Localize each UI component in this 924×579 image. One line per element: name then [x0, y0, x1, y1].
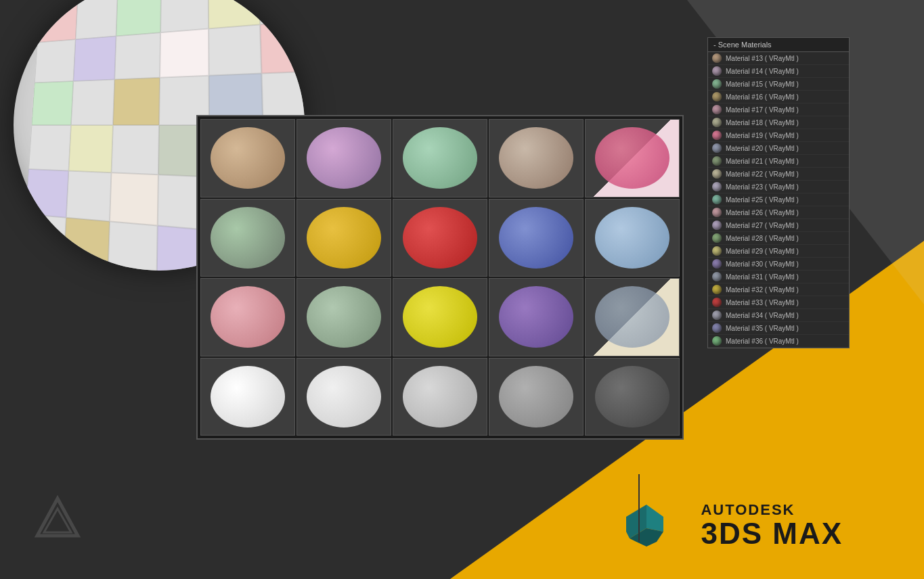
material-sphere-16	[499, 127, 573, 189]
material-cell-28[interactable]	[489, 278, 584, 356]
panel-item-30[interactable]: Material #30 ( VRayMtl )	[708, 258, 849, 271]
panel-item-36[interactable]: Material #36 ( VRayMtl )	[708, 335, 849, 348]
panel-header: - Scene Materials	[708, 38, 849, 52]
panel-item-33[interactable]: Material #33 ( VRayMtl )	[708, 296, 849, 309]
swatch-30	[712, 259, 722, 269]
sphere-cell	[208, 24, 262, 76]
material-cell-29[interactable]	[585, 278, 680, 356]
panel-item-13[interactable]: Material #13 ( VRayMtl )	[708, 52, 849, 65]
swatch-17	[712, 105, 722, 114]
logo-text-container: AUTODESK 3DS MAX	[701, 501, 843, 549]
panel-item-label-29: Material #29 ( VRayMtl )	[726, 248, 799, 255]
material-sphere-33	[403, 366, 477, 427]
material-sphere-27	[403, 286, 477, 348]
panel-item-19[interactable]: Material #19 ( VRayMtl )	[708, 129, 849, 142]
sphere-cell	[26, 169, 69, 218]
material-cell-22[interactable]	[585, 199, 680, 277]
swatch-32	[712, 285, 722, 294]
material-sphere-18	[211, 207, 285, 269]
material-cell-13[interactable]	[200, 119, 295, 198]
swatch-19	[712, 131, 722, 140]
material-cell-17[interactable]	[585, 119, 680, 198]
panel-item-28[interactable]: Material #28 ( VRayMtl )	[708, 232, 849, 245]
material-sphere-17	[595, 127, 669, 189]
material-sphere-31	[211, 366, 285, 427]
panel-item-17[interactable]: Material #17 ( VRayMtl )	[708, 103, 849, 116]
panel-item-27[interactable]: Material #27 ( VRayMtl )	[708, 219, 849, 232]
panel-item-label-35: Material #35 ( VRayMtl )	[726, 325, 799, 332]
panel-item-25[interactable]: Material #25 ( VRayMtl )	[708, 193, 849, 206]
material-grid-container	[196, 115, 684, 440]
material-cell-31[interactable]	[200, 358, 295, 436]
material-cell-16[interactable]	[489, 119, 584, 198]
panel-item-label-30: Material #30 ( VRayMtl )	[726, 260, 799, 268]
material-sphere-19	[307, 207, 381, 269]
material-cell-32[interactable]	[296, 358, 391, 436]
material-sphere-26	[307, 286, 381, 348]
sphere-cell	[113, 78, 160, 125]
material-sphere-13	[211, 127, 285, 189]
panel-item-18[interactable]: Material #18 ( VRayMtl )	[708, 116, 849, 129]
panel-item-23[interactable]: Material #23 ( VRayMtl )	[708, 181, 849, 193]
sphere-cell	[32, 81, 73, 125]
panel-item-label-16: Material #16 ( VRayMtl )	[726, 93, 799, 101]
panel-item-label-32: Material #32 ( VRayMtl )	[726, 286, 799, 294]
panel-item-15[interactable]: Material #15 ( VRayMtl )	[708, 78, 849, 91]
panel-item-label-22: Material #22 ( VRayMtl )	[726, 170, 799, 178]
svg-marker-1	[44, 509, 71, 532]
material-cell-14[interactable]	[296, 119, 391, 198]
panel-item-label-31: Material #31 ( VRayMtl )	[726, 273, 799, 281]
sphere-cell	[110, 172, 158, 226]
swatch-33	[712, 298, 722, 307]
sphere-cell	[71, 80, 115, 125]
swatch-28	[712, 233, 722, 243]
material-cell-18[interactable]	[200, 199, 295, 277]
material-sphere-25	[211, 286, 285, 348]
material-sphere-22	[595, 207, 669, 269]
swatch-23	[712, 182, 722, 191]
panel-item-20[interactable]: Material #20 ( VRayMtl )	[708, 142, 849, 155]
sphere-cell	[37, 0, 77, 42]
material-cell-34[interactable]	[489, 358, 584, 436]
material-cell-21[interactable]	[489, 199, 584, 277]
swatch-21	[712, 156, 722, 166]
panel-item-34[interactable]: Material #34 ( VRayMtl )	[708, 309, 849, 322]
panel-item-label-17: Material #17 ( VRayMtl )	[726, 106, 799, 114]
panel-item-32[interactable]: Material #32 ( VRayMtl )	[708, 283, 849, 296]
panel-item-label-27: Material #27 ( VRayMtl )	[726, 222, 799, 229]
material-sphere-14	[307, 127, 381, 189]
swatch-16	[712, 92, 722, 101]
sphere-cell	[115, 32, 161, 80]
panel-item-29[interactable]: Material #29 ( VRayMtl )	[708, 245, 849, 258]
sphere-cell	[75, 0, 118, 39]
material-cell-15[interactable]	[393, 119, 487, 198]
sphere-cell	[261, 20, 305, 74]
material-cell-19[interactable]	[296, 199, 391, 277]
panel-item-26[interactable]: Material #26 ( VRayMtl )	[708, 206, 849, 219]
material-cell-27[interactable]	[393, 278, 487, 356]
material-sphere-28	[499, 286, 573, 348]
material-cell-33[interactable]	[393, 358, 487, 436]
bottom-left-logo	[34, 495, 81, 545]
panel-item-label-23: Material #23 ( VRayMtl )	[726, 183, 799, 191]
panel-item-35[interactable]: Material #35 ( VRayMtl )	[708, 322, 849, 335]
logo-product-text: 3DS MAX	[701, 519, 843, 549]
material-cell-26[interactable]	[296, 278, 391, 356]
panel-item-31[interactable]: Material #31 ( VRayMtl )	[708, 271, 849, 283]
panel-item-14[interactable]: Material #14 ( VRayMtl )	[708, 65, 849, 78]
material-cell-35[interactable]	[585, 358, 680, 436]
material-cell-25[interactable]	[200, 278, 295, 356]
sphere-cell	[112, 125, 159, 175]
swatch-14	[712, 66, 722, 76]
svg-marker-0	[37, 499, 78, 536]
swatch-20	[712, 143, 722, 153]
sphere-cell	[68, 125, 113, 172]
sphere-cell	[160, 0, 208, 32]
material-sphere-20	[403, 207, 477, 269]
panel-item-21[interactable]: Material #21 ( VRayMtl )	[708, 155, 849, 168]
material-cell-20[interactable]	[393, 199, 487, 277]
material-grid	[198, 116, 682, 438]
panel-item-22[interactable]: Material #22 ( VRayMtl )	[708, 168, 849, 181]
panel-item-16[interactable]: Material #16 ( VRayMtl )	[708, 91, 849, 103]
sphere-cell	[116, 0, 161, 36]
